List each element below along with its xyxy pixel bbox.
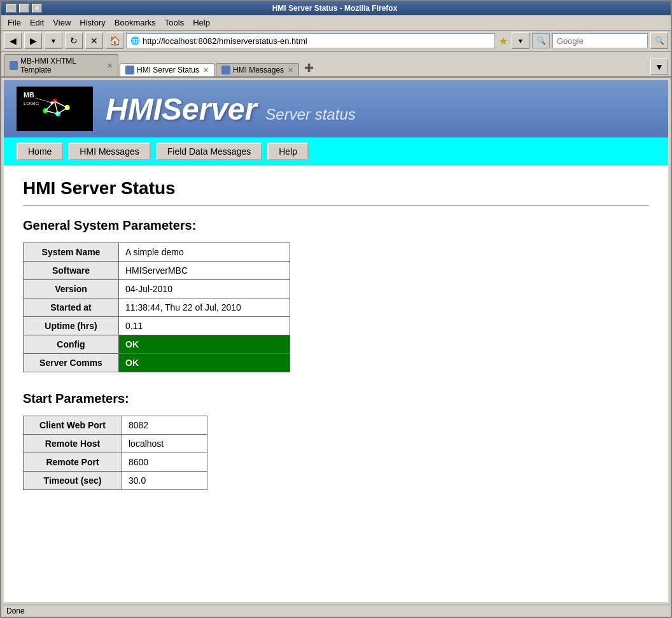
page-title: HMI Server Status xyxy=(23,178,649,199)
general-params-table: System Name A simple demo Software HMISe… xyxy=(23,242,290,372)
label-started-at: Started at xyxy=(24,298,119,317)
browser-window: _ □ ✕ HMI Server Status - Mozilla Firefo… xyxy=(0,0,672,618)
tab-label-3: HMI Messages xyxy=(233,66,284,74)
label-remote-host: Remote Host xyxy=(24,435,122,453)
divider xyxy=(23,205,649,206)
table-row: Software HMIServerMBC xyxy=(24,262,290,280)
bookmark-star[interactable]: ★ xyxy=(499,35,508,47)
svg-line-7 xyxy=(58,108,67,114)
new-tab-button[interactable]: ✚ xyxy=(300,61,318,75)
tab-close-2[interactable]: ✕ xyxy=(203,66,209,74)
svg-text:MB: MB xyxy=(24,91,34,99)
table-row: Config OK xyxy=(24,335,290,354)
address-bar[interactable]: 🌐 http://localhost:8082/hmiserverstatus-… xyxy=(126,33,495,48)
table-row: Server Comms OK xyxy=(24,354,290,372)
window-title: HMI Server Status - Mozilla Firefox xyxy=(272,4,398,13)
forward-button[interactable]: ▶ xyxy=(24,32,42,49)
nav-bar: Home HMI Messages Field Data Messages He… xyxy=(4,137,668,165)
menu-help[interactable]: Help xyxy=(189,17,214,29)
site-name: HMIServer xyxy=(106,92,256,126)
value-timeout: 30.0 xyxy=(122,472,207,490)
svg-line-9 xyxy=(45,101,55,111)
nav-hmi-messages[interactable]: HMI Messages xyxy=(68,143,150,160)
bookmark-menu[interactable]: ▼ xyxy=(512,32,529,49)
menu-tools[interactable]: Tools xyxy=(161,17,188,29)
label-system-name: System Name xyxy=(24,243,119,262)
window-controls: _ □ ✕ xyxy=(6,4,42,13)
page-body: HMI Server Status General System Paramet… xyxy=(4,165,668,516)
label-server-comms: Server Comms xyxy=(24,354,119,372)
label-software: Software xyxy=(24,262,119,280)
page-content: MB LOGIC HMIServ xyxy=(4,80,668,602)
tabs-menu[interactable]: ▼ xyxy=(650,59,668,75)
nav-help[interactable]: Help xyxy=(267,143,309,160)
toolbar: ◀ ▶ ▼ ↻ ✕ 🏠 🌐 http://localhost:8082/hmis… xyxy=(1,31,671,52)
tab-favicon-2 xyxy=(125,66,134,74)
svg-text:LOGIC: LOGIC xyxy=(24,101,39,106)
table-row: Timeout (sec) 30.0 xyxy=(24,472,207,490)
restore-button[interactable]: □ xyxy=(19,4,29,13)
tab-close-3[interactable]: ✕ xyxy=(288,66,293,74)
status-text: Done xyxy=(6,607,25,615)
site-header: MB LOGIC HMIServ xyxy=(4,80,668,137)
table-row: Version 04-Jul-2010 xyxy=(24,280,290,298)
label-version: Version xyxy=(24,280,119,298)
stop-button[interactable]: ✕ xyxy=(85,32,103,49)
tab-mb-hmi[interactable]: MB-HMI XHTML Template ✕ xyxy=(4,54,118,76)
svg-point-12 xyxy=(50,101,53,104)
label-config: Config xyxy=(24,335,119,354)
minimize-button[interactable]: _ xyxy=(6,4,17,13)
header-title-area: HMIServer Server status xyxy=(106,92,356,127)
value-started-at: 11:38:44, Thu 22 of Jul, 2010 xyxy=(119,298,290,317)
search-input[interactable] xyxy=(552,33,648,48)
menu-history[interactable]: History xyxy=(76,17,109,29)
menu-view[interactable]: View xyxy=(49,17,74,29)
svg-line-6 xyxy=(55,101,67,108)
general-section-title: General System Parameters: xyxy=(23,218,649,233)
tabs-bar: MB-HMI XHTML Template ✕ HMI Server Statu… xyxy=(1,52,671,78)
label-client-web-port: Client Web Port xyxy=(24,416,122,435)
tab-label-2: HMI Server Status xyxy=(137,66,199,74)
table-row: Uptime (hrs) 0.11 xyxy=(24,317,290,335)
table-row: System Name A simple demo xyxy=(24,243,290,262)
menu-file[interactable]: File xyxy=(4,17,25,29)
back-button[interactable]: ◀ xyxy=(4,32,22,49)
start-params-table: Client Web Port 8082 Remote Host localho… xyxy=(23,416,207,490)
search-button[interactable]: 🔍 xyxy=(650,32,668,49)
tab-favicon-1 xyxy=(10,61,18,70)
svg-point-3 xyxy=(65,105,70,110)
page-icon: 🌐 xyxy=(130,36,140,45)
table-row: Started at 11:38:44, Thu 22 of Jul, 2010 xyxy=(24,298,290,317)
close-button[interactable]: ✕ xyxy=(32,4,42,13)
tab-label-1: MB-HMI XHTML Template xyxy=(20,57,103,74)
value-version: 04-Jul-2010 xyxy=(119,280,290,298)
table-row: Client Web Port 8082 xyxy=(24,416,207,435)
menu-edit[interactable]: Edit xyxy=(26,17,48,29)
status-bar: Done xyxy=(1,605,671,617)
logo-svg: MB LOGIC xyxy=(20,88,89,130)
forward-dropdown[interactable]: ▼ xyxy=(45,32,62,49)
start-section-title: Start Parameters: xyxy=(23,391,649,406)
label-uptime: Uptime (hrs) xyxy=(24,317,119,335)
tab-favicon-3 xyxy=(221,66,230,74)
table-row: Remote Host localhost xyxy=(24,435,207,453)
value-software: HMIServerMBC xyxy=(119,262,290,280)
value-server-comms: OK xyxy=(119,354,290,372)
url-text: http://localhost:8082/hmiserverstatus-en… xyxy=(143,36,307,46)
value-remote-port: 8600 xyxy=(122,453,207,472)
nav-home[interactable]: Home xyxy=(17,143,63,160)
home-button[interactable]: 🏠 xyxy=(106,32,123,49)
tab-hmi-messages[interactable]: HMI Messages ✕ xyxy=(216,63,299,76)
tab-hmi-server-status[interactable]: HMI Server Status ✕ xyxy=(120,63,214,76)
tab-close-1[interactable]: ✕ xyxy=(107,62,113,70)
label-timeout: Timeout (sec) xyxy=(24,472,122,490)
reload-button[interactable]: ↻ xyxy=(65,32,83,49)
table-row: Remote Port 8600 xyxy=(24,453,207,472)
value-uptime: 0.11 xyxy=(119,317,290,335)
site-subtitle: Server status xyxy=(265,106,355,123)
value-config: OK xyxy=(119,335,290,354)
nav-field-data[interactable]: Field Data Messages xyxy=(156,143,263,160)
label-remote-port: Remote Port xyxy=(24,453,122,472)
menu-bookmarks[interactable]: Bookmarks xyxy=(111,17,160,29)
title-bar: _ □ ✕ HMI Server Status - Mozilla Firefo… xyxy=(1,1,671,15)
